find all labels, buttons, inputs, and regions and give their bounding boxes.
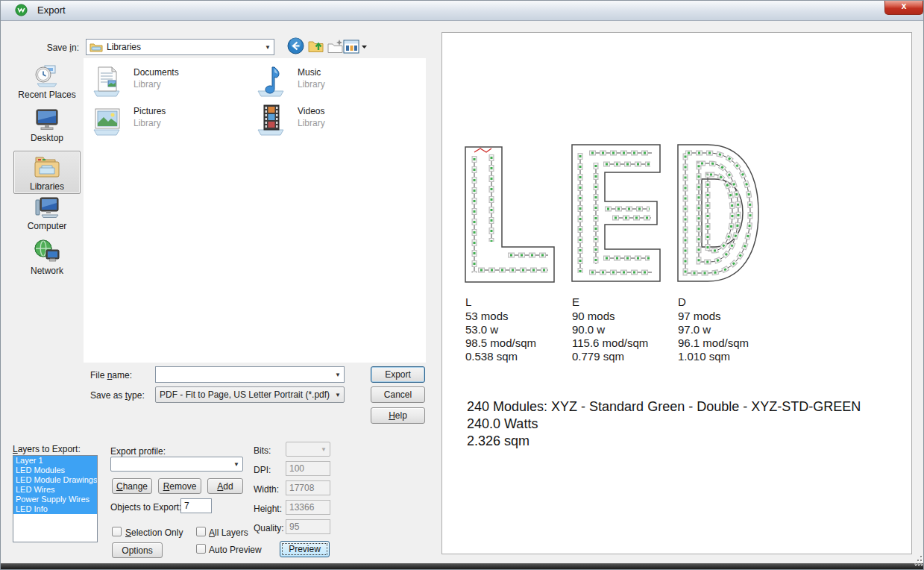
layers-listbox[interactable]: Layer 1 LED Modules LED Module Drawings … bbox=[13, 455, 98, 542]
file-item-music[interactable]: Music Library bbox=[254, 64, 403, 98]
file-name: Videos bbox=[298, 106, 325, 116]
save-as-type-label: Save as type: bbox=[90, 390, 145, 401]
bits-combobox: ▼ bbox=[286, 442, 330, 457]
network-icon bbox=[34, 239, 60, 264]
sidebar-item-label: Desktop bbox=[31, 133, 63, 143]
letter-stats-row: L 53 mods 53.0 w 98.5 mod/sqm 0.538 sqm … bbox=[465, 295, 749, 363]
back-icon[interactable] bbox=[287, 37, 304, 54]
layer-item[interactable]: LED Info bbox=[13, 504, 97, 514]
chevron-down-icon: ▼ bbox=[332, 372, 344, 378]
cancel-button[interactable]: Cancel bbox=[371, 386, 425, 403]
sidebar-item-label: Libraries bbox=[30, 181, 64, 192]
save-as-type-combobox[interactable]: PDF - Fit to Page, US Letter Portrait (*… bbox=[155, 386, 345, 403]
videos-library-icon bbox=[254, 103, 289, 137]
file-name-combobox[interactable]: ▼ bbox=[155, 366, 345, 383]
remove-button[interactable]: Remove bbox=[158, 478, 201, 494]
file-name-label: File name: bbox=[90, 370, 132, 380]
sidebar-item-label: Network bbox=[31, 266, 63, 276]
preview-summary-line: 240 Modules: XYZ - Standard Green - Doub… bbox=[467, 398, 861, 416]
file-kind: Library bbox=[133, 79, 179, 90]
letter-mods: 90 mods bbox=[572, 310, 678, 323]
quality-input bbox=[286, 519, 330, 534]
sidebar-item-network[interactable]: Network bbox=[15, 239, 79, 276]
sidebar-item-libraries[interactable]: Libraries bbox=[13, 151, 81, 194]
quality-label: Quality: bbox=[254, 523, 284, 533]
auto-preview-checkbox[interactable] bbox=[196, 544, 206, 554]
letter-area: 1.010 sqm bbox=[678, 350, 749, 363]
selection-only-checkbox[interactable] bbox=[112, 527, 122, 536]
file-kind: Library bbox=[298, 118, 325, 128]
letter-density: 96.1 mod/sqm bbox=[678, 336, 749, 350]
libraries-icon bbox=[33, 154, 61, 180]
desktop-icon bbox=[34, 107, 60, 131]
letter-density: 98.5 mod/sqm bbox=[465, 336, 572, 350]
help-button[interactable]: Help bbox=[371, 407, 425, 424]
objects-to-export-input[interactable] bbox=[180, 498, 212, 513]
pictures-library-icon bbox=[89, 103, 125, 137]
preview-summary-line: 240.0 Watts bbox=[467, 416, 861, 433]
sidebar-item-recent-places[interactable]: Recent Places bbox=[15, 63, 79, 100]
letter-stats: L 53 mods 53.0 w 98.5 mod/sqm 0.538 sqm bbox=[465, 295, 572, 363]
up-one-level-icon[interactable] bbox=[307, 37, 324, 54]
chevron-down-icon: ▼ bbox=[230, 461, 242, 468]
export-profile-label: Export profile: bbox=[110, 446, 166, 457]
add-button[interactable]: Add bbox=[207, 478, 243, 494]
file-list-panel: Documents Library Music Library bbox=[84, 58, 426, 363]
window-bottom-edge bbox=[0, 563, 924, 570]
layer-item[interactable]: Layer 1 bbox=[13, 456, 97, 466]
file-item-pictures[interactable]: Pictures Library bbox=[89, 103, 239, 137]
music-library-icon bbox=[254, 64, 289, 98]
chevron-down-icon: ▼ bbox=[332, 392, 344, 398]
file-item-videos[interactable]: Videos Library bbox=[254, 103, 403, 137]
new-folder-icon[interactable] bbox=[327, 38, 344, 55]
dpi-label: DPI: bbox=[254, 465, 271, 475]
chevron-down-icon: ▼ bbox=[318, 446, 330, 453]
save-in-value: Libraries bbox=[103, 42, 262, 52]
layer-item[interactable]: Power Supply Wires bbox=[13, 495, 97, 504]
close-button[interactable]: x bbox=[884, 0, 923, 15]
sidebar-item-desktop[interactable]: Desktop bbox=[15, 107, 79, 143]
view-menu-icon[interactable] bbox=[343, 38, 367, 55]
led-letters-drawing bbox=[442, 33, 911, 554]
layer-item[interactable]: LED Wires bbox=[13, 485, 97, 495]
layers-to-export-label: Layers to Export: bbox=[13, 444, 81, 454]
selection-only-label[interactable]: Selection Only bbox=[125, 527, 183, 538]
letter-watts: 53.0 w bbox=[465, 323, 572, 336]
preview-button[interactable]: Preview bbox=[280, 541, 330, 557]
options-button[interactable]: Options bbox=[112, 542, 163, 558]
app-icon bbox=[15, 4, 28, 16]
letter-name: L bbox=[465, 295, 572, 309]
file-name: Documents bbox=[133, 67, 179, 78]
width-input bbox=[286, 480, 330, 495]
export-profile-combobox[interactable]: ▼ bbox=[110, 457, 243, 472]
letter-area: 0.779 sqm bbox=[572, 350, 678, 363]
width-label: Width: bbox=[254, 484, 279, 495]
save-in-combobox[interactable]: Libraries ▼ bbox=[86, 39, 274, 55]
export-button[interactable]: Export bbox=[371, 366, 425, 383]
recent-places-icon bbox=[34, 63, 60, 88]
file-item-documents[interactable]: Documents Library bbox=[89, 64, 239, 98]
letter-name: E bbox=[572, 295, 678, 309]
preview-summary: 240 Modules: XYZ - Standard Green - Doub… bbox=[467, 398, 861, 450]
resize-grip[interactable] bbox=[914, 556, 923, 566]
sidebar-item-computer[interactable]: Computer bbox=[15, 195, 79, 231]
letter-mods: 97 mods bbox=[678, 310, 749, 323]
auto-preview-label[interactable]: Auto Preview bbox=[209, 545, 262, 555]
letter-watts: 97.0 w bbox=[678, 323, 749, 336]
documents-library-icon bbox=[89, 64, 125, 98]
dpi-input bbox=[286, 461, 330, 476]
change-button[interactable]: Change bbox=[112, 478, 152, 494]
window-title: Export bbox=[37, 4, 66, 16]
letter-stats: D 97 mods 97.0 w 96.1 mod/sqm 1.010 sqm bbox=[678, 295, 749, 363]
file-kind: Library bbox=[133, 118, 166, 128]
height-label: Height: bbox=[254, 504, 282, 514]
title-bar: Export x bbox=[0, 0, 924, 21]
height-input bbox=[286, 500, 330, 515]
all-layers-checkbox[interactable] bbox=[196, 527, 206, 536]
layer-item[interactable]: LED Module Drawings bbox=[13, 475, 97, 485]
save-as-type-value: PDF - Fit to Page, US Letter Portrait (*… bbox=[156, 389, 332, 400]
all-layers-label[interactable]: All Layers bbox=[209, 527, 248, 538]
layer-item[interactable]: LED Modules bbox=[13, 466, 97, 475]
libraries-folder-icon bbox=[89, 42, 103, 52]
file-name: Music bbox=[298, 67, 325, 78]
